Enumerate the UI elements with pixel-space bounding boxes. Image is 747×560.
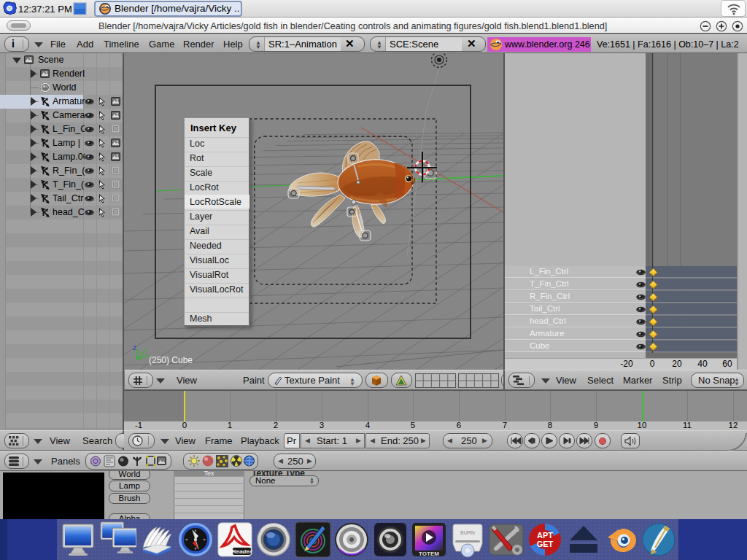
svg-text:(250) Cube: (250) Cube bbox=[149, 355, 193, 365]
svg-text:TOTEM: TOTEM bbox=[419, 551, 439, 557]
svg-text:APT: APT bbox=[537, 531, 553, 540]
svg-text:GET: GET bbox=[537, 540, 554, 548]
svg-text:Reader: Reader bbox=[232, 548, 252, 555]
svg-text:BURN: BURN bbox=[460, 530, 475, 535]
svg-text:z: z bbox=[133, 343, 136, 351]
